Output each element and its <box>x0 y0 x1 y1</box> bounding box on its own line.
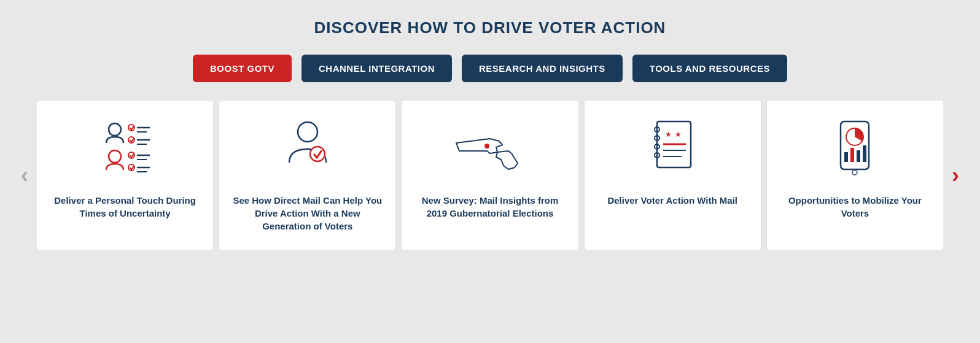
cards-container: Deliver a Personal Touch During Times of… <box>37 101 943 250</box>
svg-text:★: ★ <box>665 130 672 139</box>
page-title: DISCOVER HOW TO DRIVE VOTER ACTION <box>314 18 666 37</box>
state-map-icon <box>453 115 527 183</box>
svg-point-15 <box>310 147 325 161</box>
card-deliver-personal[interactable]: Deliver a Personal Touch During Times of… <box>37 101 213 250</box>
svg-rect-30 <box>850 148 854 162</box>
card-survey[interactable]: New Survey: Mail Insights from 2019 Gube… <box>402 101 578 250</box>
card-direct-mail[interactable]: See How Direct Mail Can Help You Drive A… <box>219 101 395 250</box>
card-3-title: New Survey: Mail Insights from 2019 Gube… <box>414 194 566 220</box>
tab-channel-integration[interactable]: CHANNEL INTEGRATION <box>301 55 452 82</box>
tab-boost-gotv[interactable]: BOOST GOTV <box>193 55 292 82</box>
svg-rect-32 <box>863 145 866 162</box>
card-5-title: Opportunities to Mobilize Your Voters <box>779 194 931 220</box>
tab-tools-resources[interactable]: TOOLS AND RESOURCES <box>632 55 787 82</box>
svg-point-16 <box>484 144 489 148</box>
notebook-stars-icon: ★ ★ <box>648 115 697 183</box>
svg-point-33 <box>852 170 857 175</box>
svg-point-0 <box>109 123 121 136</box>
svg-text:★: ★ <box>675 130 682 139</box>
card-mobilize[interactable]: Opportunities to Mobilize Your Voters <box>767 101 943 250</box>
svg-rect-31 <box>857 150 860 162</box>
card-voter-action[interactable]: ★ ★ Deliver Voter Action With Mail <box>585 101 761 250</box>
card-4-title: Deliver Voter Action With Mail <box>607 194 737 207</box>
card-1-title: Deliver a Personal Touch During Times of… <box>49 194 201 220</box>
svg-point-1 <box>109 150 121 163</box>
prev-arrow[interactable]: ‹ <box>12 163 37 188</box>
svg-rect-29 <box>844 152 848 162</box>
svg-point-14 <box>298 122 317 142</box>
card-2-title: See How Direct Mail Can Help You Drive A… <box>231 194 383 233</box>
cards-wrapper: ‹ <box>12 101 968 250</box>
tab-bar: BOOST GOTV CHANNEL INTEGRATION RESEARCH … <box>193 55 787 82</box>
person-checkmark-icon <box>283 115 332 183</box>
tab-research-insights[interactable]: RESEARCH AND INSIGHTS <box>462 55 623 82</box>
checklist-voters-icon <box>98 115 153 183</box>
mobile-chart-icon <box>833 115 876 183</box>
next-arrow[interactable]: › <box>943 163 968 188</box>
